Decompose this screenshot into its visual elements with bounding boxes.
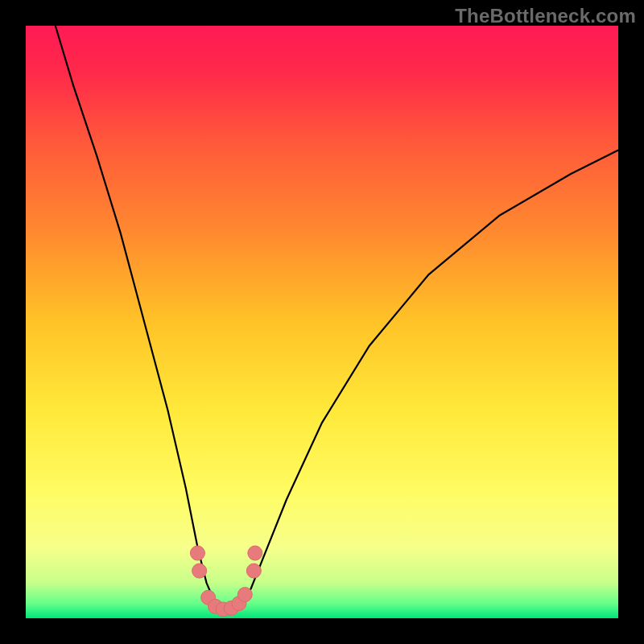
marker-point [246,564,261,578]
outer-frame: TheBottleneck.com [0,0,644,644]
marker-point [190,546,204,560]
marker-point [192,564,207,578]
marker-point [248,546,262,560]
bottleneck-chart [26,26,618,618]
marker-point [237,588,252,602]
watermark-text: TheBottleneck.com [455,5,636,27]
plot-area [26,26,618,618]
gradient-background [26,26,618,618]
